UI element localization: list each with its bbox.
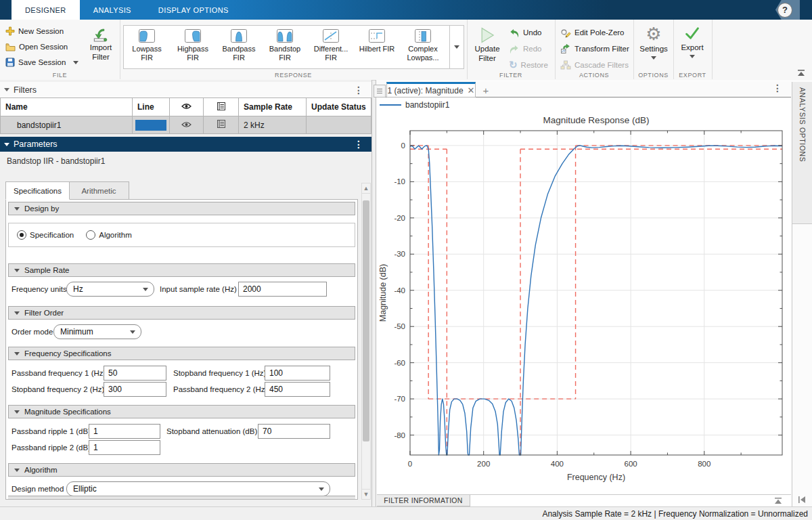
- edit-pole-zero-button[interactable]: Edit Pole-Zero: [560, 26, 625, 39]
- filters-collapse-icon[interactable]: [4, 88, 9, 91]
- cascade-filters-icon: [560, 60, 571, 70]
- new-session-button[interactable]: New Session: [5, 25, 64, 37]
- cascade-filters-button[interactable]: Cascade Filters: [560, 59, 629, 71]
- plot-tab-list-button[interactable]: [374, 85, 386, 98]
- restore-icon: ↻: [509, 60, 518, 70]
- radio-algorithm[interactable]: Algorithm: [86, 230, 132, 240]
- hilbert-fir-icon: [369, 29, 385, 43]
- scroll-down-button[interactable]: ▼: [361, 489, 371, 500]
- redo-button[interactable]: Redo: [509, 43, 542, 55]
- gallery-label: Bandstop: [269, 45, 300, 53]
- section-sample-rate[interactable]: Sample Rate: [8, 263, 355, 277]
- collapse-ribbon-button[interactable]: [796, 69, 807, 77]
- settings-dropdown-icon: [651, 56, 656, 60]
- restore-button[interactable]: ↻ Restore: [509, 59, 548, 71]
- parameters-collapse-icon[interactable]: [4, 143, 9, 146]
- section-algorithm-label: Algorithm: [24, 466, 58, 474]
- response-gallery-expand-button[interactable]: [449, 25, 464, 69]
- magnitude-response-plot: 02004006008000-10-20-30-40-50-60-70-80Ma…: [377, 112, 791, 494]
- filters-menu-icon[interactable]: ⋮: [354, 87, 363, 93]
- section-magnitude-specs[interactable]: Magnitude Specifications: [8, 405, 355, 418]
- scroll-up-button[interactable]: ▲: [361, 183, 371, 194]
- highpass-fir-icon: [185, 29, 201, 43]
- save-session-button[interactable]: Save Session: [5, 56, 78, 68]
- section-algorithm[interactable]: Algorithm: [8, 463, 355, 477]
- save-floppy-icon: [5, 58, 15, 67]
- complex-lowpass-button[interactable]: Complex Lowpas...: [400, 26, 446, 68]
- tab-specifications[interactable]: Specifications: [5, 181, 70, 200]
- input-sample-rate-field[interactable]: [238, 282, 327, 297]
- differentiator-fir-button[interactable]: Different... FIR: [308, 26, 354, 68]
- filters-title: Filters: [14, 85, 37, 95]
- column-info[interactable]: [204, 98, 239, 116]
- passband-freq-2-field[interactable]: [265, 382, 330, 397]
- parameters-header: Parameters ⋮: [0, 137, 371, 152]
- close-icon[interactable]: ✕: [468, 85, 475, 95]
- filter-update-status-cell[interactable]: [307, 116, 371, 134]
- bandpass-fir-button[interactable]: Bandpass FIR: [216, 26, 262, 68]
- expand-filter-info-icon[interactable]: [773, 497, 783, 504]
- gallery-label: Lowpass: [132, 45, 161, 53]
- analysis-options-strip: ANALYSIS OPTIONS: [792, 82, 812, 506]
- response-group-label: RESPONSE: [120, 72, 467, 79]
- gallery-label: Highpass: [177, 45, 208, 53]
- frequency-units-dropdown[interactable]: Hz: [66, 282, 154, 297]
- filter-row-bandstopiir1[interactable]: bandstopiir1 2 kHz: [1, 116, 371, 134]
- passband-ripple-1-label: Passband ripple 1 (dB): [12, 424, 91, 439]
- parameters-title: Parameters: [14, 139, 58, 149]
- import-filter-button[interactable]: Import Filter: [85, 28, 116, 62]
- tab-arithmetic[interactable]: Arithmetic: [68, 181, 129, 200]
- settings-button[interactable]: ⚙ Settings: [637, 24, 670, 60]
- svg-text:600: 600: [624, 460, 637, 468]
- filter-visibility-cell[interactable]: [170, 116, 204, 134]
- filter-line-swatch[interactable]: [135, 120, 166, 131]
- undo-button[interactable]: Undo: [509, 26, 542, 39]
- parameters-menu-icon[interactable]: ⋮: [354, 141, 363, 148]
- passband-freq-1-field[interactable]: [104, 366, 166, 381]
- stopband-attenuation-field[interactable]: [258, 424, 330, 439]
- hilbert-fir-button[interactable]: Hilbert FIR: [354, 26, 400, 68]
- analysis-options-tab[interactable]: ANALYSIS OPTIONS: [792, 82, 812, 224]
- highpass-fir-button[interactable]: Highpass FIR: [170, 26, 216, 68]
- order-mode-dropdown[interactable]: Minimum: [53, 324, 141, 339]
- tab-analysis[interactable]: ANALYSIS: [80, 0, 145, 20]
- plot-tab-bar-menu-icon[interactable]: ⋮: [773, 85, 782, 91]
- plot-tab-active[interactable]: 1 (active): Magnitude ✕: [386, 82, 476, 98]
- column-update-status[interactable]: Update Status: [307, 98, 371, 116]
- section-frequency-specs[interactable]: Frequency Specifications: [8, 347, 355, 360]
- bandstop-fir-button[interactable]: Bandstop FIR: [262, 26, 308, 68]
- design-method-dropdown[interactable]: Elliptic: [66, 481, 330, 496]
- radio-selected-icon: [17, 230, 26, 240]
- section-frequency-specs-label: Frequency Specifications: [24, 349, 111, 358]
- save-session-dropdown-icon[interactable]: [73, 61, 78, 64]
- column-line[interactable]: Line: [133, 98, 170, 116]
- passband-ripple-1-field[interactable]: [89, 424, 160, 439]
- section-design-by-label: Design by: [24, 204, 59, 213]
- column-visibility[interactable]: [170, 98, 204, 116]
- tab-designer-label: DESIGNER: [25, 6, 66, 14]
- tab-display-options[interactable]: DISPLAY OPTIONS: [145, 0, 242, 20]
- column-name[interactable]: Name: [1, 98, 133, 116]
- gallery-expand-icon: [454, 45, 459, 49]
- radio-specification[interactable]: Specification: [17, 230, 74, 240]
- add-plot-tab-button[interactable]: +: [476, 83, 496, 98]
- filter-information-tab[interactable]: FILTER INFORMATION: [377, 495, 470, 506]
- column-sample-rate[interactable]: Sample Rate: [239, 98, 307, 116]
- passband-ripple-2-field[interactable]: [89, 440, 160, 455]
- export-button[interactable]: Export: [677, 25, 708, 58]
- collapse-strip-icon[interactable]: [798, 496, 807, 504]
- lowpass-fir-button[interactable]: Lowpass FIR: [124, 26, 170, 68]
- update-filter-button[interactable]: Update Filter: [471, 26, 503, 63]
- scrollbar-thumb[interactable]: [363, 200, 369, 441]
- section-design-by[interactable]: Design by: [8, 202, 355, 215]
- filter-sample-rate-cell[interactable]: 2 kHz: [239, 116, 307, 134]
- transform-filter-button[interactable]: Transform Filter: [560, 43, 629, 55]
- tab-designer[interactable]: DESIGNER: [12, 0, 80, 20]
- stopband-freq-1-field[interactable]: [265, 366, 330, 381]
- filter-name-cell[interactable]: bandstopiir1: [1, 116, 133, 134]
- section-filter-order[interactable]: Filter Order: [8, 306, 355, 320]
- stopband-freq-2-field[interactable]: [104, 382, 166, 397]
- filter-info-cell[interactable]: [204, 116, 239, 134]
- open-session-button[interactable]: Open Session: [5, 41, 68, 53]
- svg-text:-30: -30: [394, 250, 405, 258]
